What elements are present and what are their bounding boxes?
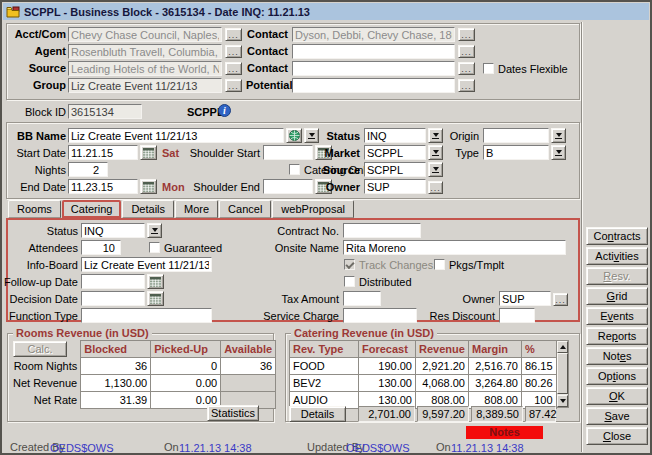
options-button[interactable]: Options [586,367,648,385]
function-type-field[interactable] [81,308,212,323]
owner-field[interactable] [364,179,426,194]
nights-field[interactable] [68,162,108,177]
owner-lov-button[interactable]: ... [428,181,443,194]
statistics-button[interactable]: Statistics [207,405,259,421]
tab-cancel[interactable]: Cancel [219,200,271,218]
group-lov-button[interactable]: ... [225,79,242,92]
origin-field[interactable] [483,128,549,143]
rev-type-cell[interactable]: FOOD [290,358,359,375]
decision-date-field[interactable] [81,291,145,306]
scrollbar-thumb[interactable] [557,353,568,394]
row-label: Net Rate [10,392,81,409]
attendees-field[interactable] [81,240,121,255]
contact1-lov-button[interactable]: ... [458,28,475,41]
market-field[interactable] [364,145,426,160]
source-lov-button[interactable]: ... [225,62,242,75]
events-button[interactable]: Events [586,307,648,325]
notes-indicator-badge[interactable]: Notes [466,426,543,439]
status-field[interactable] [364,128,426,143]
margin-cell[interactable]: 3,264.80 [469,375,522,392]
type-dropdown-button[interactable] [551,145,566,160]
shoulder-end-field[interactable] [263,179,313,194]
start-date-calendar-button[interactable] [140,145,157,160]
cat-owner-lov-button[interactable]: ... [553,293,568,306]
revenue-cell[interactable]: 4,068.00 [416,375,469,392]
ok-button[interactable]: OK [586,387,648,405]
catering-revenue-scrollbar[interactable] [556,340,569,408]
source-block-field[interactable] [364,162,426,177]
dates-flexible-checkbox[interactable] [483,63,494,74]
activities-button[interactable]: Activities [586,247,648,265]
contact2-lov-button[interactable]: ... [458,45,475,58]
revenue-cell[interactable]: 2,921.20 [416,358,469,375]
ellipsis-icon: ... [228,66,239,73]
contact2-field[interactable] [292,44,455,59]
notes-button[interactable]: Notes [586,347,648,365]
rev-type-cell[interactable]: BEV2 [290,375,359,392]
created-on-label: On [164,441,179,454]
contact3-field[interactable] [292,61,455,76]
end-date-field[interactable] [68,179,138,194]
contact2-label: Contact [246,45,288,58]
pkgs-tmplt-checkbox[interactable] [434,259,445,270]
contracts-button[interactable]: Contracts [586,227,648,245]
acct-com-lov-button[interactable]: ... [225,28,242,41]
potential-lov-button[interactable]: ... [458,79,475,92]
tab-details[interactable]: Details [122,200,174,218]
tax-amount-field[interactable] [343,291,381,306]
distributed-label: Distributed [359,276,412,289]
table-row: Room Nights 36 0 36 [10,358,276,375]
bb-name-field[interactable] [68,128,284,143]
type-field[interactable] [483,145,549,160]
origin-label: Origin [435,130,479,143]
globe-button[interactable] [286,128,302,143]
info-board-field[interactable] [81,257,212,272]
contact1-field[interactable] [292,27,455,42]
catering-only-checkbox[interactable] [289,164,300,175]
info-icon[interactable]: i [218,104,231,117]
source-field[interactable] [68,61,222,76]
scroll-up-arrow-icon[interactable] [557,341,568,353]
followup-date-field[interactable] [81,274,145,289]
distributed-checkbox[interactable] [344,276,355,287]
cat-owner-label: Owner [439,293,495,306]
guaranteed-checkbox[interactable] [149,242,160,253]
cat-status-dropdown-button[interactable] [147,223,162,238]
tab-more[interactable]: More [175,200,218,218]
decision-calendar-button[interactable] [147,291,164,306]
save-button[interactable]: Save [586,407,648,425]
contact3-lov-button[interactable]: ... [458,62,475,75]
reports-button[interactable]: Reports [586,327,648,345]
contract-no-field[interactable] [343,223,421,238]
acct-com-field[interactable] [68,27,222,42]
pct-cell[interactable]: 80.26 [522,375,557,392]
contact3-label: Contact [246,62,288,75]
end-date-calendar-button[interactable] [140,179,157,194]
cat-status-field[interactable] [81,223,145,238]
start-date-field[interactable] [68,145,138,160]
details-button[interactable]: Details [289,406,346,422]
source-dropdown-button[interactable] [428,162,443,177]
table-row: Net Revenue 1,130.00 0.00 [10,375,276,392]
tab-catering[interactable]: Catering [62,200,122,218]
origin-dropdown-button[interactable] [551,128,566,143]
forecast-cell[interactable]: 190.00 [359,358,416,375]
service-charge-field[interactable] [343,308,417,323]
cat-owner-field[interactable] [499,291,551,306]
potential-field[interactable] [292,78,455,93]
group-field[interactable] [68,78,222,93]
scroll-down-arrow-icon[interactable] [557,395,568,407]
agent-field[interactable] [68,44,222,59]
tab-rooms[interactable]: Rooms [8,200,61,218]
forecast-cell[interactable]: 130.00 [359,375,416,392]
pct-cell[interactable]: 86.15 [522,358,557,375]
grid-button[interactable]: Grid [586,287,648,305]
onsite-name-field[interactable] [343,240,566,255]
followup-calendar-button[interactable] [147,274,164,289]
res-discount-field[interactable] [499,308,535,323]
agent-lov-button[interactable]: ... [225,45,242,58]
close-button[interactable]: Close [586,427,648,445]
tab-webproposal[interactable]: webProposal [272,200,354,218]
margin-cell[interactable]: 2,516.70 [469,358,522,375]
shoulder-start-field[interactable] [263,145,313,160]
